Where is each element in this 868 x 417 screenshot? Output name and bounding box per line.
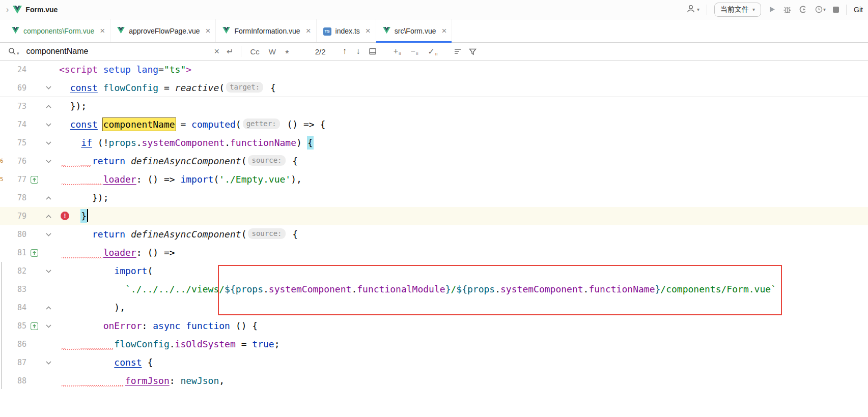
line-number[interactable]: 82: [5, 262, 26, 280]
fold-collapse-icon[interactable]: [42, 324, 55, 329]
gutter-arrow-up-icon[interactable]: [26, 176, 42, 184]
code-line[interactable]: 73});: [0, 97, 868, 115]
filter-search-button[interactable]: [469, 48, 477, 55]
code-line[interactable]: 577loader: () => import('./Empty.vue'),: [0, 170, 868, 189]
newline-icon[interactable]: ↵: [227, 47, 233, 56]
code-token: {: [265, 82, 276, 93]
editor-tab[interactable]: approveFlowPage.vue×: [110, 19, 216, 42]
fold-collapse-icon[interactable]: [42, 85, 55, 90]
code-line[interactable]: 75if (!props.systemComponent.functionNam…: [0, 134, 868, 152]
line-number[interactable]: 69: [5, 79, 26, 97]
gutter-arrow-up-icon[interactable]: [26, 249, 42, 257]
search-history-arrow-icon[interactable]: ▾: [17, 51, 19, 56]
close-tab-icon[interactable]: ×: [206, 26, 211, 35]
fold-end-icon[interactable]: [42, 306, 55, 310]
line-number[interactable]: 24: [5, 61, 26, 79]
match-case-toggle[interactable]: Cc: [250, 47, 259, 56]
vcs-widget[interactable]: Git: [854, 6, 863, 14]
code-token: (: [236, 119, 241, 130]
editor-tab[interactable]: components\Form.vue×: [5, 19, 110, 42]
code-token: const: [70, 82, 98, 93]
line-number[interactable]: 77: [5, 170, 26, 189]
code-editor[interactable]: 24<script setup lang="ts">69const flowCo…: [0, 61, 868, 390]
editor-tab[interactable]: src\Form.vue×: [376, 19, 453, 42]
filter-lines-button[interactable]: [454, 47, 462, 55]
editor-tab[interactable]: TSindex.ts×: [317, 19, 376, 42]
remove-occurrence-button[interactable]: −II: [410, 47, 418, 56]
line-number[interactable]: 73: [5, 97, 26, 115]
editor-tabs: components\Form.vue×approveFlowPage.vue×…: [0, 19, 868, 43]
code-line[interactable]: 86flowConfig.isOldSystem = true;: [0, 335, 868, 353]
code-token: =: [158, 64, 164, 75]
stop-button[interactable]: [833, 7, 839, 13]
code-line[interactable]: 88formJson: newJson,: [0, 372, 868, 390]
fold-collapse-icon[interactable]: [42, 141, 55, 145]
matched-brace-highlight: {: [307, 136, 314, 150]
line-number[interactable]: 80: [5, 225, 26, 244]
open-results-button[interactable]: [369, 47, 377, 55]
gutter-arrow-up-icon[interactable]: [26, 322, 42, 330]
next-match-button[interactable]: ↓: [356, 46, 360, 56]
close-tab-icon[interactable]: ×: [366, 26, 371, 35]
code-line[interactable]: 24<script setup lang="ts">: [0, 61, 868, 79]
fold-end-icon[interactable]: [42, 214, 55, 219]
coverage-button[interactable]: [799, 5, 807, 14]
code-line[interactable]: 74const componentName = computed(getter:…: [0, 115, 868, 134]
fold-collapse-icon[interactable]: [42, 123, 55, 127]
line-number[interactable]: 84: [5, 299, 26, 317]
line-number[interactable]: 81: [5, 244, 26, 262]
fold-collapse-icon[interactable]: [42, 361, 55, 365]
search-divider: [241, 46, 241, 57]
run-button[interactable]: [768, 6, 776, 13]
add-occurrence-button[interactable]: +II: [394, 47, 402, 56]
code-line[interactable]: 85onError: async function () {: [0, 317, 868, 335]
code-token: setup: [98, 64, 131, 75]
line-number[interactable]: 85: [5, 317, 26, 335]
fold-collapse-icon[interactable]: [42, 232, 55, 237]
tab-label: approveFlowPage.vue: [129, 27, 200, 35]
clear-search-icon[interactable]: ×: [214, 46, 220, 57]
search-input[interactable]: componentName: [26, 47, 211, 56]
words-toggle[interactable]: W: [269, 47, 276, 56]
line-number[interactable]: 83: [5, 280, 26, 299]
fold-collapse-icon[interactable]: [42, 269, 55, 274]
line-number[interactable]: 88: [5, 372, 26, 390]
code-line[interactable]: 84),: [0, 299, 868, 317]
typescript-icon: TS: [323, 26, 331, 36]
fold-collapse-icon[interactable]: [42, 159, 55, 164]
code-token: >: [186, 64, 191, 75]
code-token: systemComponent: [142, 137, 225, 148]
line-number[interactable]: 75: [5, 134, 26, 152]
close-tab-icon[interactable]: ×: [100, 26, 105, 35]
code-line[interactable]: 69const flowConfig = reactive(target: {: [0, 79, 868, 97]
regex-toggle[interactable]: *: [285, 48, 289, 59]
code-line-current[interactable]: 79}!: [0, 207, 868, 225]
code-line[interactable]: 83`./../../../views/${props.systemCompon…: [0, 280, 868, 299]
line-number[interactable]: 79: [5, 207, 26, 225]
line-number[interactable]: 87: [5, 353, 26, 372]
close-tab-icon[interactable]: ×: [306, 26, 311, 35]
profiler-button[interactable]: ▾: [815, 5, 826, 14]
code-line[interactable]: 87const {: [0, 353, 868, 372]
line-number[interactable]: 74: [5, 115, 26, 134]
select-all-occurrences-button[interactable]: ✓II: [428, 47, 438, 56]
fold-end-icon[interactable]: [42, 196, 55, 200]
code-line[interactable]: 78});: [0, 189, 868, 207]
code-line[interactable]: 80return defineAsyncComponent(source: {: [0, 225, 868, 244]
line-number[interactable]: 86: [5, 335, 26, 353]
debug-button[interactable]: [783, 5, 792, 14]
code-line[interactable]: 82import(: [0, 262, 868, 280]
code-token: const: [70, 119, 98, 130]
run-config-dropdown[interactable]: 当前文件▾: [714, 3, 761, 17]
line-number[interactable]: 78: [5, 189, 26, 207]
search-icon[interactable]: [8, 47, 16, 55]
fold-end-icon[interactable]: [42, 104, 55, 109]
user-accounts-button[interactable]: ▾: [686, 4, 699, 15]
close-tab-icon[interactable]: ×: [441, 26, 446, 35]
code-line[interactable]: 81loader: () =>: [0, 244, 868, 262]
editor-tab[interactable]: FormInformation.vue×: [216, 19, 316, 42]
code-line[interactable]: 676return defineAsyncComponent(source: {: [0, 152, 868, 170]
line-number[interactable]: 76: [5, 152, 26, 170]
code-token: {: [287, 229, 298, 240]
previous-match-button[interactable]: ↑: [343, 46, 347, 56]
